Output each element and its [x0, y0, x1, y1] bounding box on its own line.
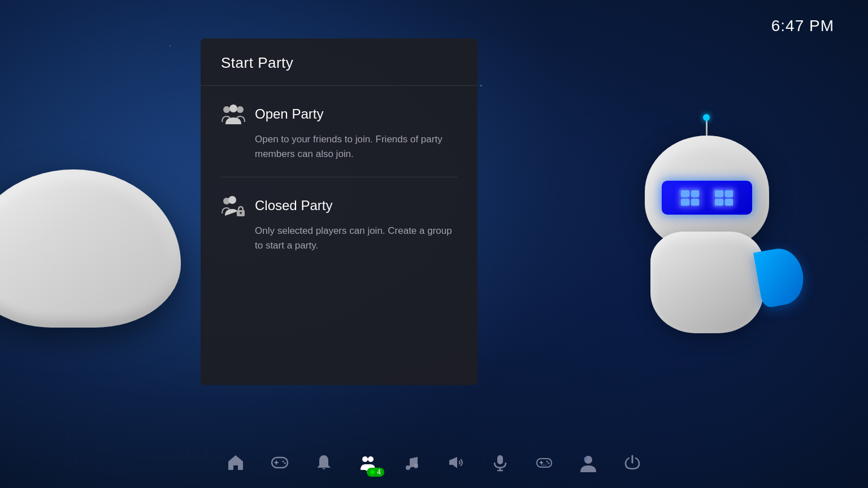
star — [170, 45, 171, 46]
closed-party-option[interactable]: Closed Party Only selected players can j… — [201, 177, 478, 268]
power-icon — [622, 452, 643, 473]
gamepad-icon: MDE — [533, 452, 555, 473]
taskbar: 4 — [0, 437, 868, 488]
star — [480, 85, 482, 86]
open-party-description: Open to your friends to join. Friends of… — [221, 132, 457, 161]
svg-point-11 — [283, 461, 284, 463]
svg-marker-18 — [449, 457, 457, 468]
taskbar-mic[interactable] — [489, 452, 511, 473]
svg-point-13 — [362, 456, 368, 462]
svg-point-16 — [406, 465, 410, 470]
taskbar-volume[interactable] — [445, 452, 467, 473]
taskbar-accessories[interactable]: MDE — [533, 452, 555, 473]
taskbar-notifications[interactable] — [313, 452, 335, 473]
svg-point-30 — [584, 457, 587, 460]
closed-party-header: Closed Party — [221, 193, 457, 218]
party-badge: 4 — [367, 468, 384, 477]
music-icon — [401, 452, 423, 473]
taskbar-profile[interactable] — [578, 452, 599, 473]
profile-icon — [578, 452, 599, 473]
home-icon — [225, 452, 246, 473]
start-party-panel: Start Party Open Party Open to — [201, 38, 478, 385]
mic-icon — [489, 452, 511, 473]
panel-title: Start Party — [201, 38, 478, 85]
svg-rect-19 — [497, 455, 503, 464]
controller-decoration — [0, 169, 203, 407]
bell-icon — [313, 452, 335, 473]
taskbar-music[interactable] — [401, 452, 423, 473]
badge-count: 4 — [377, 468, 381, 476]
svg-point-6 — [240, 212, 242, 214]
svg-point-0 — [223, 106, 230, 113]
svg-point-27 — [548, 463, 550, 464]
open-party-header: Open Party — [221, 102, 457, 127]
game-icon — [269, 452, 290, 473]
robot-decoration — [580, 56, 834, 384]
volume-icon — [445, 452, 467, 473]
svg-point-17 — [414, 464, 418, 468]
svg-point-12 — [284, 463, 286, 464]
taskbar-game[interactable] — [269, 452, 290, 473]
svg-text:MDE: MDE — [541, 463, 548, 467]
svg-point-1 — [229, 104, 237, 112]
svg-point-2 — [237, 106, 244, 113]
badge-dot — [370, 470, 375, 474]
taskbar-power[interactable] — [622, 452, 643, 473]
closed-party-icon — [221, 193, 246, 218]
taskbar-party[interactable]: 4 — [357, 452, 379, 473]
svg-point-26 — [546, 461, 548, 463]
closed-party-title: Closed Party — [255, 198, 332, 213]
svg-point-4 — [228, 196, 236, 204]
taskbar-home[interactable] — [225, 452, 246, 473]
open-party-title: Open Party — [255, 106, 323, 122]
open-party-option[interactable]: Open Party Open to your friends to join.… — [201, 86, 478, 177]
open-party-icon — [221, 102, 246, 127]
svg-point-14 — [368, 456, 374, 462]
clock: 6:47 PM — [771, 17, 834, 35]
closed-party-description: Only selected players can join. Create a… — [221, 224, 457, 252]
